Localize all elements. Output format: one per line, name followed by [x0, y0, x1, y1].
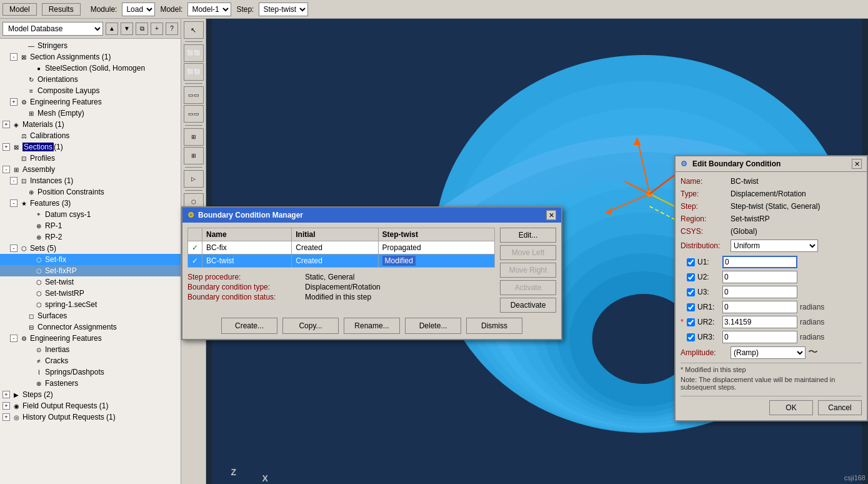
tree-item[interactable]: ⬡Set-fix: [0, 254, 181, 265]
bc-bottom-copy----btn[interactable]: Copy...: [282, 318, 339, 334]
tool-3[interactable]: ▭▭: [184, 86, 204, 104]
tool-1[interactable]: ⬜⬜: [184, 44, 204, 62]
tree-item[interactable]: ⊞Mesh (Empty): [0, 108, 181, 119]
tree-icon-conn: ⊟: [26, 322, 36, 332]
tree-item[interactable]: ≠Cracks: [0, 355, 181, 366]
edit-cancel-btn[interactable]: Cancel: [818, 400, 862, 415]
tree-expand[interactable]: +: [2, 121, 10, 128]
tree-item[interactable]: -⊡Instances (1): [0, 175, 181, 186]
edit-bc-close[interactable]: ✕: [852, 159, 862, 169]
tree-icon-set: ⬡: [34, 277, 44, 287]
tree-expand[interactable]: +: [2, 143, 10, 151]
sidebar-info-btn[interactable]: ?: [166, 23, 178, 35]
tree-item[interactable]: -⊞Assembly: [0, 164, 181, 175]
bc-bottom-delete----btn[interactable]: Delete...: [405, 318, 461, 334]
tree-item[interactable]: ◻Surfaces: [0, 310, 181, 321]
tree-item[interactable]: +◈Materials (1): [0, 119, 181, 130]
bc-bottom-create----btn[interactable]: Create...: [221, 318, 277, 334]
sidebar-new-btn[interactable]: +: [151, 23, 163, 35]
tree-item[interactable]: -⬡Sets (5): [0, 243, 181, 254]
bc-table-row[interactable]: ✓ BC-twist Created Modified: [188, 255, 495, 268]
bc-activate-btn[interactable]: Activate: [500, 280, 556, 295]
tree-item[interactable]: ⊟Connector Assignments: [0, 321, 181, 333]
tree-label: Instances (1): [30, 176, 73, 185]
tree-item[interactable]: -★Features (3): [0, 198, 181, 209]
tree-item[interactable]: ⬡Set-twistRP: [0, 288, 181, 299]
tree-item[interactable]: ⌖Datum csys-1: [0, 209, 181, 220]
tree-icon-orient: ↻: [26, 74, 36, 84]
bc-move-left-btn[interactable]: Move Left: [500, 245, 556, 260]
tree-item[interactable]: -⚙Engineering Features: [0, 333, 181, 344]
tree-item[interactable]: ⊡Profiles: [0, 153, 181, 164]
tree-expand[interactable]: +: [2, 413, 10, 421]
field-check-2[interactable]: [687, 288, 695, 296]
tree-item[interactable]: ⌇Springs/Dashpots: [0, 366, 181, 378]
field-input-0[interactable]: [722, 256, 797, 268]
tree-item[interactable]: ⊕RP-2: [0, 231, 181, 243]
tree-expand[interactable]: -: [10, 53, 17, 61]
bc-deactivate-btn[interactable]: Deactivate: [500, 298, 556, 313]
field-input-5[interactable]: [722, 331, 797, 343]
field-check-4[interactable]: [687, 318, 695, 326]
tree-expand[interactable]: -: [10, 245, 17, 252]
tree-item[interactable]: +◎History Output Requests (1): [0, 411, 181, 423]
module-select[interactable]: Load: [122, 3, 155, 16]
tree-item[interactable]: -⊠Section Assignments (1): [0, 51, 181, 63]
field-check-1[interactable]: [687, 273, 695, 281]
edit-dist-select[interactable]: Uniform: [731, 239, 818, 252]
tree-expand[interactable]: -: [2, 166, 10, 173]
bc-bottom-dismiss-btn[interactable]: Dismiss: [466, 318, 522, 334]
tree-item[interactable]: ●SteelSection (Solid, Homogen: [0, 63, 181, 74]
field-input-4[interactable]: [722, 316, 797, 328]
edit-amp-select[interactable]: (Ramp): [731, 346, 806, 359]
tree-item[interactable]: ≡Composite Layups: [0, 85, 181, 96]
edit-ok-btn[interactable]: OK: [769, 400, 813, 415]
field-input-2[interactable]: [722, 286, 797, 298]
bc-move-right-btn[interactable]: Move Right: [500, 263, 556, 278]
tree-item[interactable]: ⚖Calibrations: [0, 130, 181, 141]
tree-item[interactable]: ⊗Fasteners: [0, 378, 181, 389]
bc-edit----btn[interactable]: Edit...: [500, 228, 556, 243]
bc-manager-close[interactable]: ✕: [546, 210, 556, 220]
sidebar-model-select[interactable]: Model Database: [2, 22, 103, 36]
tool-7[interactable]: ▷: [184, 170, 204, 188]
tree-item[interactable]: +⚙Engineering Features: [0, 96, 181, 108]
bc-table-row[interactable]: ✓ BC-fix Created Propagated: [188, 241, 495, 255]
model-select[interactable]: Model-1: [187, 3, 231, 16]
tree-expand[interactable]: -: [10, 177, 17, 184]
tree-item[interactable]: ⬡Set-fixRP: [0, 265, 181, 276]
field-input-1[interactable]: [722, 271, 797, 283]
tree-item[interactable]: ⊕Position Constraints: [0, 186, 181, 198]
tree-expand[interactable]: +: [2, 402, 10, 410]
tool-5[interactable]: ⊞: [184, 128, 204, 146]
tree-item[interactable]: ⬡Set-twist: [0, 276, 181, 288]
tree-item[interactable]: +▶Steps (2): [0, 389, 181, 400]
field-input-3[interactable]: [722, 301, 797, 313]
tool-select[interactable]: ↖: [184, 21, 204, 39]
field-check-0[interactable]: [687, 258, 695, 266]
tree-item[interactable]: +◉Field Output Requests (1): [0, 400, 181, 411]
tool-2[interactable]: ⬜⬜: [184, 63, 204, 81]
sidebar-copy-btn[interactable]: ⧉: [136, 23, 148, 35]
bc-bottom-rename----btn[interactable]: Rename...: [344, 318, 400, 334]
tree-expand[interactable]: -: [10, 335, 17, 342]
tab-results[interactable]: Results: [42, 3, 81, 16]
tree-label: spring-1.secSet: [45, 300, 97, 309]
tree-item[interactable]: —Stringers: [0, 40, 181, 51]
tree-expand[interactable]: +: [10, 98, 17, 106]
tree-item[interactable]: ⊕RP-1: [0, 220, 181, 231]
step-select[interactable]: Step-twist: [259, 3, 308, 16]
field-check-3[interactable]: [687, 303, 695, 311]
field-check-5[interactable]: [687, 333, 695, 341]
tool-4[interactable]: ▭▭: [184, 105, 204, 123]
tree-item[interactable]: +⊠Sections (1): [0, 141, 181, 153]
tab-model[interactable]: Model: [2, 3, 37, 16]
tree-item[interactable]: ↻Orientations: [0, 74, 181, 85]
tree-item[interactable]: ⬡spring-1.secSet: [0, 299, 181, 310]
tree-item[interactable]: ⊙Inertias: [0, 344, 181, 355]
sidebar-down-btn[interactable]: ▼: [121, 23, 133, 35]
tree-expand[interactable]: +: [2, 391, 10, 398]
sidebar-up-btn[interactable]: ▲: [106, 23, 118, 35]
tool-6[interactable]: ⊞: [184, 147, 204, 164]
tree-expand[interactable]: -: [10, 199, 17, 207]
